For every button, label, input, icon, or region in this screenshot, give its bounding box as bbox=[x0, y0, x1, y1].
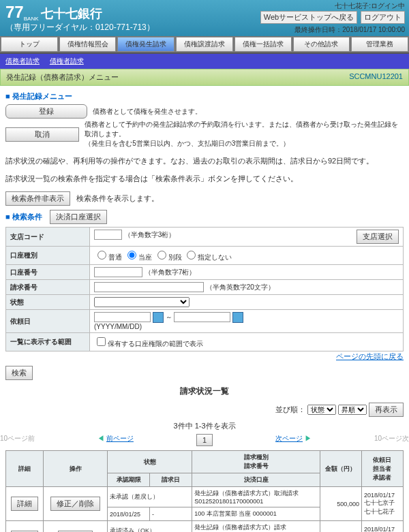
branch-select-button[interactable]: 支店選択 bbox=[357, 230, 399, 244]
header: 七十七花子:ログイン中 Webサービストップへ戻る ログアウト 最終操作日時：2… bbox=[0, 0, 409, 36]
row-amt: 500,000 bbox=[320, 487, 361, 521]
nav-other[interactable]: その他請求 bbox=[293, 37, 350, 52]
row-meta: 2018/01/17七十七京子七十七花子 bbox=[361, 521, 403, 532]
record-menu-header: 発生記録メニュー bbox=[5, 91, 404, 101]
th-detail: 詳細 bbox=[6, 451, 44, 487]
nav-batch[interactable]: 債権一括請求 bbox=[234, 37, 292, 52]
note2: 請求状況一覧の検索条件を指定する場合は「検索条件表示」ボタンを押してください。 bbox=[5, 174, 404, 184]
calendar-icon[interactable] bbox=[232, 312, 243, 323]
lbl-status: 状態 bbox=[6, 295, 90, 310]
list-title: 請求状況一覧 bbox=[0, 386, 409, 397]
th-date: 依頼日 担当者 承認者 bbox=[361, 451, 403, 487]
row-meta: 2018/01/17七十七京子七十七花子 bbox=[361, 487, 403, 521]
row-lim: 2018/01/25 bbox=[107, 507, 149, 521]
menu-bar: 発生記録（債務者請求）メニュー SCCMNU12201 bbox=[0, 69, 409, 86]
search-button[interactable]: 検索 bbox=[5, 366, 33, 380]
main-nav: トップ 債権情報照会 債権発生請求 債権譲渡請求 債権一括請求 その他請求 管理… bbox=[0, 36, 409, 54]
sub-debtor[interactable]: 債務者請求 bbox=[5, 57, 40, 65]
status-select[interactable] bbox=[94, 297, 190, 307]
page-number[interactable]: 1 bbox=[196, 434, 213, 446]
redisplay-button[interactable]: 再表示 bbox=[369, 403, 404, 417]
nav-top[interactable]: トップ bbox=[1, 37, 58, 52]
note1: 請求状況の確認や、再利用等の操作ができます。なお、過去のお取引の表示期間は、請求… bbox=[5, 156, 404, 166]
logo-77: 77 bbox=[5, 3, 24, 22]
account-select-button[interactable]: 決済口座選択 bbox=[50, 210, 107, 224]
date-from[interactable] bbox=[94, 312, 151, 322]
cancel-desc: 債務者として予約中の発生記録請求の予約取消を行います。または、債務者から受け取っ… bbox=[85, 120, 404, 148]
th-status: 状態 bbox=[107, 451, 192, 473]
cond-table: 支店コード （半角数字3桁） 支店選択 口座種別 普通 当座 別段 指定しない … bbox=[5, 227, 404, 351]
prev-icon: ◀ bbox=[97, 435, 104, 442]
logout-button[interactable]: ログアウト bbox=[361, 11, 405, 24]
th-reqd: 請求日 bbox=[150, 473, 192, 487]
reqno-input[interactable] bbox=[94, 282, 204, 292]
menu-title: 発生記録（債務者請求）メニュー bbox=[6, 72, 119, 82]
user-line: 七十七花子:ログイン中 bbox=[259, 1, 405, 11]
radio-touza[interactable] bbox=[127, 251, 136, 260]
lbl-acctno: 口座番号 bbox=[6, 265, 90, 280]
next-page[interactable]: 次ページ bbox=[275, 435, 303, 442]
radio-betsu[interactable] bbox=[157, 251, 166, 260]
th-op: 操作 bbox=[44, 451, 108, 487]
cond-header: 検索条件 bbox=[5, 213, 42, 221]
register-desc: 債務者として債権を発生させます。 bbox=[93, 107, 202, 116]
row-op-button[interactable]: 修正／削除 bbox=[50, 497, 100, 511]
calendar-icon[interactable] bbox=[153, 312, 164, 323]
sort-row: 並び順： 状態 昇順 再表示 bbox=[5, 403, 404, 417]
result-table: 詳細 操作 状態 請求種別 請求番号 金額（円） 依頼日 担当者 承認者 承認期… bbox=[5, 450, 404, 532]
next-icon: ▶ bbox=[305, 435, 312, 442]
logo-bank: BANK bbox=[24, 16, 39, 22]
lbl-reqdate: 依頼日 bbox=[6, 310, 90, 333]
nav-issue[interactable]: 債権発生請求 bbox=[117, 37, 175, 52]
row-amt: 500,000 bbox=[320, 521, 361, 532]
nav-admin[interactable]: 管理業務 bbox=[351, 37, 408, 52]
branch-input[interactable] bbox=[94, 230, 122, 240]
toggle-cond-desc: 検索条件を表示します。 bbox=[76, 194, 159, 202]
back-button[interactable]: Webサービストップへ戻る bbox=[260, 11, 357, 24]
th-reqtype: 請求種別 請求番号 bbox=[192, 451, 320, 473]
detail-button[interactable]: 詳細 bbox=[11, 497, 38, 511]
lbl-range: 一覧に表示する範囲 bbox=[6, 333, 90, 351]
dial: （専用フリーダイヤル：0120-771-713） bbox=[5, 22, 155, 32]
nav-info[interactable]: 債権情報照会 bbox=[59, 37, 117, 52]
radio-none[interactable] bbox=[187, 251, 196, 260]
pagetop-link[interactable]: ページの先頭に戻る bbox=[336, 352, 404, 360]
row-status: 未承認（差戻し） bbox=[107, 487, 192, 507]
sort-order[interactable]: 昇順 bbox=[338, 405, 367, 415]
lbl-reqno: 請求番号 bbox=[6, 280, 90, 295]
count: 3件中 1-3件を表示 bbox=[0, 421, 409, 431]
cancel-button[interactable]: 取消 bbox=[5, 127, 79, 142]
th-amt: 金額（円） bbox=[320, 451, 361, 487]
acctno-input[interactable] bbox=[94, 267, 142, 277]
lbl-accttype: 口座種別 bbox=[6, 247, 90, 265]
nav-transfer[interactable]: 債権譲渡請求 bbox=[176, 37, 233, 52]
sub-creditor[interactable]: 債権者請求 bbox=[50, 57, 84, 65]
radio-futsu[interactable] bbox=[97, 251, 106, 260]
row-acct: 100 本店営業部 当座 0000001 bbox=[192, 507, 320, 521]
toggle-cond-button[interactable]: 検索条件非表示 bbox=[5, 191, 70, 206]
menu-code: SCCMNU12201 bbox=[349, 72, 403, 82]
th-acct: 決済口座 bbox=[192, 473, 320, 487]
page-10back[interactable]: 10ページ前 bbox=[0, 434, 35, 446]
date-to[interactable] bbox=[174, 312, 230, 322]
sort-field[interactable]: 状態 bbox=[307, 405, 336, 415]
page-10next[interactable]: 10ページ次 bbox=[374, 434, 409, 446]
register-button[interactable]: 登録 bbox=[5, 104, 87, 119]
row-type: 発生記録（債務者請求方式）取消請求S0125201801170000001 bbox=[192, 487, 320, 507]
bank-name: 七十七銀行 bbox=[41, 7, 102, 20]
th-apprlimit: 承認期限 bbox=[107, 473, 149, 487]
sub-nav: 債務者請求 債権者請求 bbox=[0, 54, 409, 69]
prev-page[interactable]: 前ページ bbox=[106, 435, 134, 442]
range-check[interactable] bbox=[97, 337, 106, 346]
row-type: 発生記録（債務者請求方式）請求S0125201801170000005 bbox=[192, 521, 320, 532]
row-rd: - bbox=[150, 507, 192, 521]
lbl-branch: 支店コード bbox=[6, 228, 90, 247]
last-op: 最終操作日時：2018/01/17 10:00:00 bbox=[259, 25, 405, 35]
row-status: 承認済み（OK） bbox=[107, 521, 192, 532]
